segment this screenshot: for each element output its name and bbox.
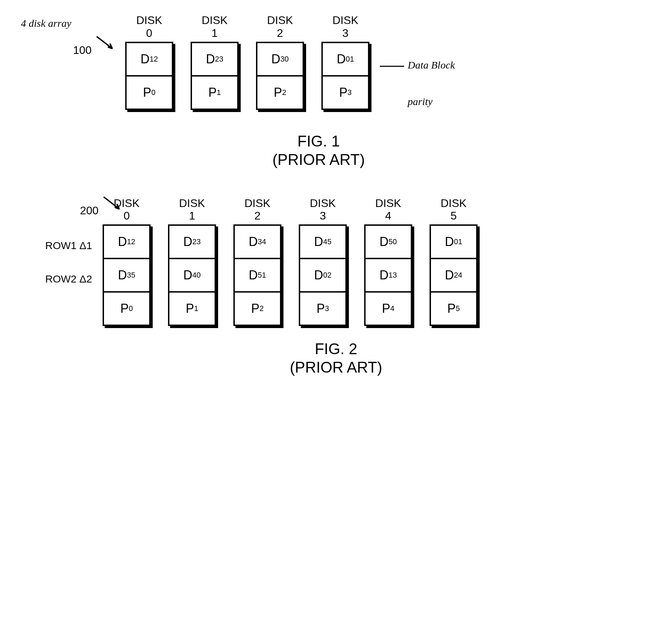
disk-cell: D23 (169, 226, 215, 258)
disk-header: DISK5 (441, 197, 467, 223)
disk-cell: D24 (431, 258, 476, 291)
disk-header: DISK1 (202, 14, 228, 40)
disk-cell: P5 (431, 291, 476, 325)
fig1-caption: FIG. 1 (PRIOR ART) (0, 132, 651, 169)
disk-header: DISK3 (310, 197, 336, 223)
disk-cell: D34 (235, 226, 280, 258)
fig2-disk-col-3: DISK3D45D02P3 (299, 197, 347, 326)
fig1-disk-col-3: DISK3D01P3 (321, 14, 369, 110)
fig1-disk-col-2: DISK2D30P2 (256, 14, 304, 110)
disk-cell: P1 (192, 75, 237, 109)
disk-cell: P4 (366, 291, 411, 325)
figure-1: 4 disk array 100 DISK0D12P0DISK1D23P1DIS… (21, 14, 651, 169)
disk-cell: P1 (169, 291, 215, 325)
fig1-disk-col-1: DISK1D23P1 (191, 14, 239, 110)
disk-cell: D01 (323, 43, 368, 75)
disk-cell: D12 (104, 226, 149, 258)
disk-header: DISK2 (267, 14, 293, 40)
disk-cell: D51 (235, 258, 280, 291)
ref-200-label: 200 (80, 204, 98, 217)
row-label: ROW1 Δ1 (45, 229, 92, 262)
disk-box: D34D51P2 (233, 224, 281, 326)
disk-box: D50D13P4 (364, 224, 412, 326)
disk-cell: P3 (300, 291, 345, 325)
disk-box: D12D35P0 (103, 224, 151, 326)
disk-cell: D02 (300, 258, 345, 291)
disk-cell: D50 (366, 226, 411, 258)
fig2-row-labels: ROW1 Δ1ROW2 Δ2 (45, 229, 92, 296)
row-label: ROW2 Δ2 (45, 262, 92, 296)
disk-box: D01D24P5 (430, 224, 478, 326)
fig1-disk-array: DISK0D12P0DISK1D23P1DISK2D30P2DISK3D01P3 (125, 14, 369, 110)
disk-cell: D13 (366, 258, 411, 291)
disk-box: D01P3 (321, 42, 369, 110)
disk-header: DISK2 (245, 197, 271, 223)
disk-cell: D35 (104, 258, 149, 291)
disk-header: DISK4 (375, 197, 401, 223)
disk-cell: D12 (127, 43, 172, 75)
disk-box: D45D02P3 (299, 224, 347, 326)
disk-header: DISK0 (136, 14, 162, 40)
disk-cell: P2 (235, 291, 280, 325)
fig2-caption: FIG. 2 (PRIOR ART) (21, 340, 651, 377)
disk-box: D12P0 (125, 42, 173, 110)
disk-box: D23D40P1 (168, 224, 216, 326)
annotation-parity: parity (408, 96, 433, 108)
fig2-disk-col-5: DISK5D01D24P5 (430, 197, 478, 326)
disk-box: D23P1 (191, 42, 239, 110)
figure-2: 200 ROW1 Δ1ROW2 Δ2 DISK0D12D35P0DISK1D23… (21, 197, 651, 377)
fig2-disk-col-4: DISK4D50D13P4 (364, 197, 412, 326)
disk-cell: D01 (431, 226, 476, 258)
disk-cell: D45 (300, 226, 345, 258)
ref-arrow-icon (100, 193, 125, 214)
ref-arrow-icon (93, 33, 118, 54)
disk-header: DISK3 (333, 14, 359, 40)
annotation-4-disk-array: 4 disk array (21, 17, 71, 29)
ref-100-label: 100 (73, 44, 91, 56)
disk-cell: P0 (104, 291, 149, 325)
fig1-disk-col-0: DISK0D12P0 (125, 14, 173, 110)
disk-cell: P0 (127, 75, 172, 109)
annotation-data-block: Data Block (380, 59, 455, 71)
disk-cell: D23 (192, 43, 237, 75)
disk-header: DISK1 (179, 197, 205, 223)
disk-cell: P2 (257, 75, 303, 109)
disk-box: D30P2 (256, 42, 304, 110)
disk-cell: D30 (257, 43, 303, 75)
disk-cell: P3 (323, 75, 368, 109)
fig2-disk-array: DISK0D12D35P0DISK1D23D40P1DISK2D34D51P2D… (103, 197, 478, 326)
disk-cell: D40 (169, 258, 215, 291)
fig2-disk-col-1: DISK1D23D40P1 (168, 197, 216, 326)
fig2-disk-col-2: DISK2D34D51P2 (233, 197, 281, 326)
